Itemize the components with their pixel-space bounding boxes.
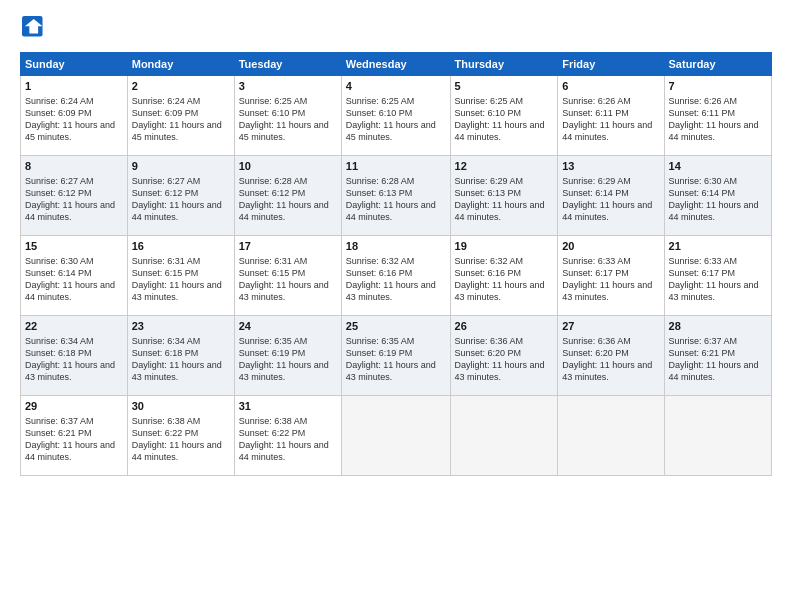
day-number: 14 (669, 159, 767, 174)
daylight-label: Daylight: 11 hours and 44 minutes. (455, 120, 545, 142)
sunset-label: Sunset: 6:09 PM (25, 108, 92, 118)
daylight-label: Daylight: 11 hours and 44 minutes. (346, 200, 436, 222)
sunset-label: Sunset: 6:22 PM (239, 428, 306, 438)
sunset-label: Sunset: 6:19 PM (346, 348, 413, 358)
calendar-dow-friday: Friday (558, 53, 664, 76)
sunset-label: Sunset: 6:18 PM (25, 348, 92, 358)
calendar-cell: 17Sunrise: 6:31 AMSunset: 6:15 PMDayligh… (234, 236, 341, 316)
day-number: 13 (562, 159, 659, 174)
calendar-cell: 12Sunrise: 6:29 AMSunset: 6:13 PMDayligh… (450, 156, 558, 236)
daylight-label: Daylight: 11 hours and 43 minutes. (132, 360, 222, 382)
sunrise-label: Sunrise: 6:29 AM (562, 176, 631, 186)
sunset-label: Sunset: 6:16 PM (455, 268, 522, 278)
calendar-dow-thursday: Thursday (450, 53, 558, 76)
sunrise-label: Sunrise: 6:28 AM (239, 176, 308, 186)
day-number: 4 (346, 79, 446, 94)
sunset-label: Sunset: 6:17 PM (562, 268, 629, 278)
day-number: 22 (25, 319, 123, 334)
sunset-label: Sunset: 6:18 PM (132, 348, 199, 358)
day-number: 23 (132, 319, 230, 334)
daylight-label: Daylight: 11 hours and 43 minutes. (132, 280, 222, 302)
calendar-cell: 5Sunrise: 6:25 AMSunset: 6:10 PMDaylight… (450, 76, 558, 156)
daylight-label: Daylight: 11 hours and 43 minutes. (562, 280, 652, 302)
calendar-cell: 29Sunrise: 6:37 AMSunset: 6:21 PMDayligh… (21, 396, 128, 476)
sunrise-label: Sunrise: 6:32 AM (346, 256, 415, 266)
day-number: 21 (669, 239, 767, 254)
daylight-label: Daylight: 11 hours and 44 minutes. (132, 440, 222, 462)
day-number: 17 (239, 239, 337, 254)
daylight-label: Daylight: 11 hours and 44 minutes. (25, 440, 115, 462)
sunrise-label: Sunrise: 6:34 AM (25, 336, 94, 346)
calendar-cell: 18Sunrise: 6:32 AMSunset: 6:16 PMDayligh… (341, 236, 450, 316)
day-number: 26 (455, 319, 554, 334)
daylight-label: Daylight: 11 hours and 44 minutes. (25, 280, 115, 302)
sunrise-label: Sunrise: 6:32 AM (455, 256, 524, 266)
daylight-label: Daylight: 11 hours and 43 minutes. (239, 360, 329, 382)
daylight-label: Daylight: 11 hours and 43 minutes. (669, 280, 759, 302)
sunrise-label: Sunrise: 6:36 AM (455, 336, 524, 346)
daylight-label: Daylight: 11 hours and 43 minutes. (25, 360, 115, 382)
daylight-label: Daylight: 11 hours and 44 minutes. (239, 200, 329, 222)
daylight-label: Daylight: 11 hours and 45 minutes. (132, 120, 222, 142)
sunset-label: Sunset: 6:19 PM (239, 348, 306, 358)
sunrise-label: Sunrise: 6:30 AM (669, 176, 738, 186)
calendar-cell: 30Sunrise: 6:38 AMSunset: 6:22 PMDayligh… (127, 396, 234, 476)
daylight-label: Daylight: 11 hours and 44 minutes. (669, 120, 759, 142)
day-number: 8 (25, 159, 123, 174)
sunrise-label: Sunrise: 6:25 AM (455, 96, 524, 106)
day-number: 7 (669, 79, 767, 94)
calendar-cell: 7Sunrise: 6:26 AMSunset: 6:11 PMDaylight… (664, 76, 771, 156)
sunset-label: Sunset: 6:22 PM (132, 428, 199, 438)
calendar-dow-sunday: Sunday (21, 53, 128, 76)
calendar-week-row: 29Sunrise: 6:37 AMSunset: 6:21 PMDayligh… (21, 396, 772, 476)
calendar-cell: 19Sunrise: 6:32 AMSunset: 6:16 PMDayligh… (450, 236, 558, 316)
logo-icon (22, 16, 44, 38)
day-number: 24 (239, 319, 337, 334)
sunset-label: Sunset: 6:10 PM (239, 108, 306, 118)
calendar-cell: 27Sunrise: 6:36 AMSunset: 6:20 PMDayligh… (558, 316, 664, 396)
sunset-label: Sunset: 6:21 PM (25, 428, 92, 438)
day-number: 15 (25, 239, 123, 254)
sunset-label: Sunset: 6:11 PM (669, 108, 736, 118)
sunset-label: Sunset: 6:17 PM (669, 268, 736, 278)
sunset-label: Sunset: 6:09 PM (132, 108, 199, 118)
calendar-cell (558, 396, 664, 476)
sunrise-label: Sunrise: 6:28 AM (346, 176, 415, 186)
calendar-cell: 22Sunrise: 6:34 AMSunset: 6:18 PMDayligh… (21, 316, 128, 396)
day-number: 30 (132, 399, 230, 414)
sunrise-label: Sunrise: 6:25 AM (239, 96, 308, 106)
calendar-cell: 1Sunrise: 6:24 AMSunset: 6:09 PMDaylight… (21, 76, 128, 156)
calendar-cell (664, 396, 771, 476)
sunset-label: Sunset: 6:12 PM (25, 188, 92, 198)
daylight-label: Daylight: 11 hours and 45 minutes. (239, 120, 329, 142)
sunrise-label: Sunrise: 6:30 AM (25, 256, 94, 266)
sunset-label: Sunset: 6:14 PM (562, 188, 629, 198)
calendar-cell: 31Sunrise: 6:38 AMSunset: 6:22 PMDayligh… (234, 396, 341, 476)
daylight-label: Daylight: 11 hours and 44 minutes. (455, 200, 545, 222)
sunrise-label: Sunrise: 6:38 AM (239, 416, 308, 426)
calendar-dow-monday: Monday (127, 53, 234, 76)
calendar-cell: 9Sunrise: 6:27 AMSunset: 6:12 PMDaylight… (127, 156, 234, 236)
sunrise-label: Sunrise: 6:33 AM (669, 256, 738, 266)
daylight-label: Daylight: 11 hours and 44 minutes. (669, 360, 759, 382)
sunrise-label: Sunrise: 6:34 AM (132, 336, 201, 346)
sunrise-label: Sunrise: 6:38 AM (132, 416, 201, 426)
day-number: 18 (346, 239, 446, 254)
sunrise-label: Sunrise: 6:35 AM (346, 336, 415, 346)
sunrise-label: Sunrise: 6:26 AM (562, 96, 631, 106)
day-number: 5 (455, 79, 554, 94)
calendar-week-row: 1Sunrise: 6:24 AMSunset: 6:09 PMDaylight… (21, 76, 772, 156)
calendar-cell: 4Sunrise: 6:25 AMSunset: 6:10 PMDaylight… (341, 76, 450, 156)
calendar-cell: 2Sunrise: 6:24 AMSunset: 6:09 PMDaylight… (127, 76, 234, 156)
sunrise-label: Sunrise: 6:24 AM (132, 96, 201, 106)
calendar-cell (341, 396, 450, 476)
calendar-cell: 6Sunrise: 6:26 AMSunset: 6:11 PMDaylight… (558, 76, 664, 156)
day-number: 6 (562, 79, 659, 94)
sunset-label: Sunset: 6:13 PM (346, 188, 413, 198)
calendar-cell (450, 396, 558, 476)
daylight-label: Daylight: 11 hours and 44 minutes. (25, 200, 115, 222)
daylight-label: Daylight: 11 hours and 43 minutes. (346, 280, 436, 302)
sunrise-label: Sunrise: 6:31 AM (132, 256, 201, 266)
day-number: 20 (562, 239, 659, 254)
header (20, 16, 772, 42)
